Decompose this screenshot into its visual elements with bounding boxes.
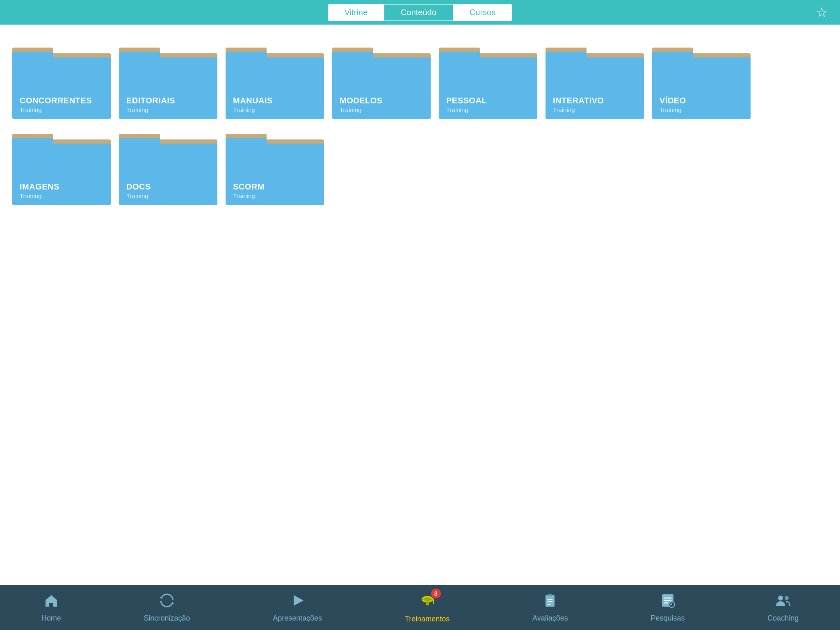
nav-tabs: Vitrine Conteúdo Cursos bbox=[328, 4, 512, 21]
folder-subtitle-pessoal: Training bbox=[446, 106, 530, 113]
folder-subtitle-modelos: Training bbox=[340, 106, 423, 113]
folder-concorrentes[interactable]: CONCORRENTES Training bbox=[12, 41, 111, 119]
clipboard-icon bbox=[542, 593, 558, 612]
folder-modelos[interactable]: MODELOS Training bbox=[332, 41, 431, 119]
nav-sincronizacao[interactable]: Sincronização bbox=[144, 593, 190, 623]
folder-title-editoriais: EDITORIAIS bbox=[126, 96, 210, 105]
main-content: CONCORRENTES Training EDITORIAIS Trainin… bbox=[0, 25, 840, 585]
nav-apresentacoes[interactable]: Apresentações bbox=[273, 593, 322, 623]
nav-pesquisas-label: Pesquisas bbox=[651, 614, 685, 623]
folder-subtitle-editoriais: Training bbox=[126, 106, 210, 113]
folder-subtitle-manuais: Training bbox=[233, 106, 317, 113]
star-button[interactable]: ☆ bbox=[816, 5, 828, 20]
folder-subtitle-interativo: Training bbox=[553, 106, 637, 113]
nav-apresentacoes-label: Apresentações bbox=[273, 614, 322, 623]
folder-scorm[interactable]: SCORM Training bbox=[226, 127, 324, 205]
treinamentos-badge: 3 bbox=[431, 589, 441, 598]
nav-home-label: Home bbox=[41, 614, 61, 623]
nav-pesquisas[interactable]: Pesquisas bbox=[651, 593, 685, 623]
nav-treinamentos-label: Treinamentos bbox=[405, 615, 450, 623]
folder-manuais[interactable]: MANUAIS Training bbox=[226, 41, 324, 119]
nav-coaching-label: Coaching bbox=[767, 614, 799, 623]
survey-icon bbox=[660, 593, 676, 612]
folder-subtitle-imagens: Training bbox=[20, 192, 103, 199]
folder-imagens[interactable]: IMAGENS Training bbox=[12, 127, 111, 205]
folder-pessoal[interactable]: PESSOAL Training bbox=[439, 41, 537, 119]
folder-docs[interactable]: DOCS Training bbox=[119, 127, 217, 205]
folder-title-imagens: IMAGENS bbox=[20, 182, 103, 192]
folder-video[interactable]: VÍDEO Training bbox=[652, 41, 751, 119]
folder-subtitle-docs: Training bbox=[126, 192, 210, 199]
nav-avaliacoes[interactable]: Avaliações bbox=[532, 593, 568, 623]
graduation-icon: 3 bbox=[419, 592, 436, 612]
nav-sincronizacao-label: Sincronização bbox=[144, 614, 190, 623]
nav-home[interactable]: Home bbox=[41, 593, 61, 623]
header: Vitrine Conteúdo Cursos ☆ bbox=[0, 0, 840, 25]
folder-title-interativo: INTERATIVO bbox=[553, 96, 637, 105]
bottom-nav: Home Sincronização Apresentações bbox=[0, 585, 840, 630]
folder-subtitle-concorrentes: Training bbox=[20, 106, 103, 113]
play-icon bbox=[290, 593, 305, 612]
folder-title-manuais: MANUAIS bbox=[233, 96, 317, 105]
coaching-icon bbox=[775, 593, 791, 612]
svg-point-18 bbox=[778, 596, 783, 600]
svg-rect-5 bbox=[426, 601, 429, 605]
folder-title-video: VÍDEO bbox=[660, 96, 743, 105]
nav-treinamentos[interactable]: 3 Treinamentos bbox=[405, 592, 450, 623]
svg-marker-2 bbox=[294, 595, 304, 606]
folder-title-concorrentes: CONCORRENTES bbox=[20, 96, 103, 105]
folder-grid: CONCORRENTES Training EDITORIAIS Trainin… bbox=[12, 41, 828, 205]
folder-title-pessoal: PESSOAL bbox=[446, 96, 530, 105]
tab-conteudo[interactable]: Conteúdo bbox=[384, 5, 453, 21]
sync-icon bbox=[159, 593, 175, 612]
folder-subtitle-video: Training bbox=[660, 106, 743, 113]
folder-interativo[interactable]: INTERATIVO Training bbox=[546, 41, 644, 119]
folder-editoriais[interactable]: EDITORIAIS Training bbox=[119, 41, 217, 119]
folder-title-docs: DOCS bbox=[126, 182, 210, 192]
nav-coaching[interactable]: Coaching bbox=[767, 593, 799, 623]
svg-rect-6 bbox=[433, 599, 434, 604]
svg-rect-7 bbox=[546, 595, 555, 607]
svg-point-19 bbox=[785, 596, 789, 600]
tab-cursos[interactable]: Cursos bbox=[453, 5, 512, 21]
tab-vitrine[interactable]: Vitrine bbox=[328, 5, 384, 21]
folder-subtitle-scorm: Training bbox=[233, 192, 317, 199]
folder-title-scorm: SCORM bbox=[233, 182, 317, 192]
nav-avaliacoes-label: Avaliações bbox=[532, 614, 568, 623]
folder-title-modelos: MODELOS bbox=[340, 96, 423, 105]
svg-rect-8 bbox=[548, 594, 552, 596]
home-icon bbox=[43, 593, 59, 612]
